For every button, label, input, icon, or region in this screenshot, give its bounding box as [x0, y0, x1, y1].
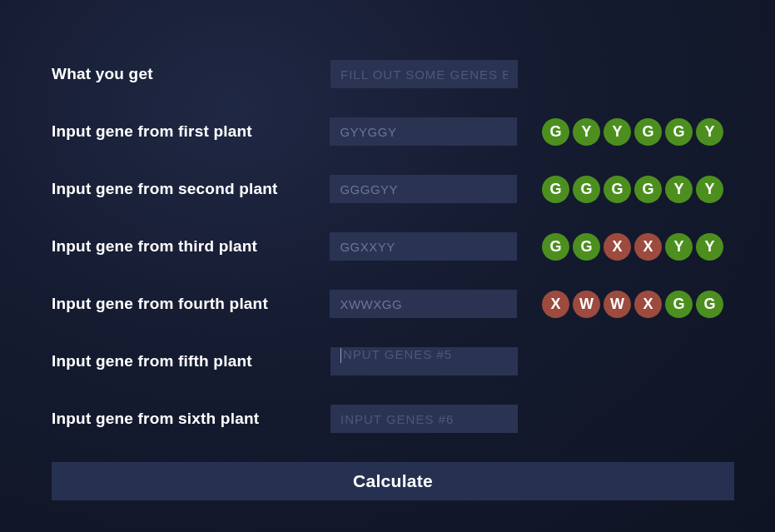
input-wrap-plant-6 [330, 405, 518, 433]
input-wrap-plant-3 [330, 232, 517, 261]
label-plant-6: Input gene from sixth plant [52, 410, 330, 428]
gene-badge: Y [573, 118, 600, 146]
input-wrap-plant-5: NPUT GENES #5 [330, 347, 518, 375]
input-plant-3[interactable] [330, 232, 517, 261]
gene-badge: Y [696, 118, 723, 146]
gene-badge: W [604, 291, 631, 318]
row-plant-6: Input gene from sixth plant [52, 405, 723, 433]
gene-form: What you get Input gene from first plant… [0, 0, 775, 500]
genes-plant-1: G Y Y G G Y [542, 118, 723, 146]
gene-badge: Y [696, 176, 723, 203]
genes-plant-4: X W W X G G [542, 291, 723, 318]
text-cursor-icon [340, 348, 341, 363]
gene-badge: X [634, 291, 662, 318]
input-result[interactable] [330, 60, 518, 88]
row-plant-3: Input gene from third plant G G X X Y Y [52, 232, 723, 261]
gene-badge: G [542, 176, 569, 203]
row-result: What you get [52, 60, 723, 88]
gene-badge: X [634, 233, 662, 261]
input-wrap-plant-4 [330, 290, 517, 318]
gene-badge: G [604, 176, 631, 203]
gene-badge: Y [665, 233, 693, 261]
label-plant-4: Input gene from fourth plant [52, 295, 330, 313]
input-plant-5[interactable]: NPUT GENES #5 [330, 347, 518, 375]
label-result: What you get [52, 65, 330, 83]
placeholder-text: NPUT GENES #5 [343, 347, 452, 361]
gene-badge: G [665, 291, 693, 318]
gene-badge: Y [665, 176, 693, 203]
label-plant-1: Input gene from first plant [52, 122, 330, 141]
gene-badge: Y [604, 118, 631, 146]
gene-badge: X [604, 233, 631, 261]
input-plant-4[interactable] [330, 290, 517, 318]
gene-badge: G [573, 176, 600, 203]
label-plant-3: Input gene from third plant [52, 237, 330, 256]
gene-badge: Y [696, 233, 723, 261]
gene-badge: G [542, 233, 569, 261]
row-plant-2: Input gene from second plant G G G G Y Y [52, 175, 723, 203]
gene-badge: G [634, 118, 662, 146]
label-plant-5: Input gene from fifth plant [52, 352, 330, 370]
genes-plant-3: G G X X Y Y [542, 233, 723, 261]
gene-badge: G [665, 118, 693, 146]
gene-badge: G [573, 233, 600, 261]
row-plant-1: Input gene from first plant G Y Y G G Y [52, 117, 723, 146]
input-plant-2[interactable] [330, 175, 517, 203]
input-plant-6[interactable] [330, 405, 518, 433]
label-plant-2: Input gene from second plant [52, 180, 330, 198]
input-plant-1[interactable] [330, 117, 517, 146]
gene-badge: G [696, 291, 723, 318]
row-plant-5: Input gene from fifth plant NPUT GENES #… [52, 347, 723, 375]
gene-badge: W [573, 291, 600, 318]
gene-badge: G [542, 118, 569, 146]
row-plant-4: Input gene from fourth plant X W W X G G [52, 290, 723, 318]
input-wrap-result [330, 60, 518, 88]
genes-plant-2: G G G G Y Y [542, 176, 723, 203]
input-wrap-plant-1 [330, 117, 517, 146]
gene-badge: G [634, 176, 662, 203]
input-wrap-plant-2 [330, 175, 517, 203]
calculate-button[interactable]: Calculate [52, 462, 734, 500]
gene-badge: X [542, 291, 569, 318]
